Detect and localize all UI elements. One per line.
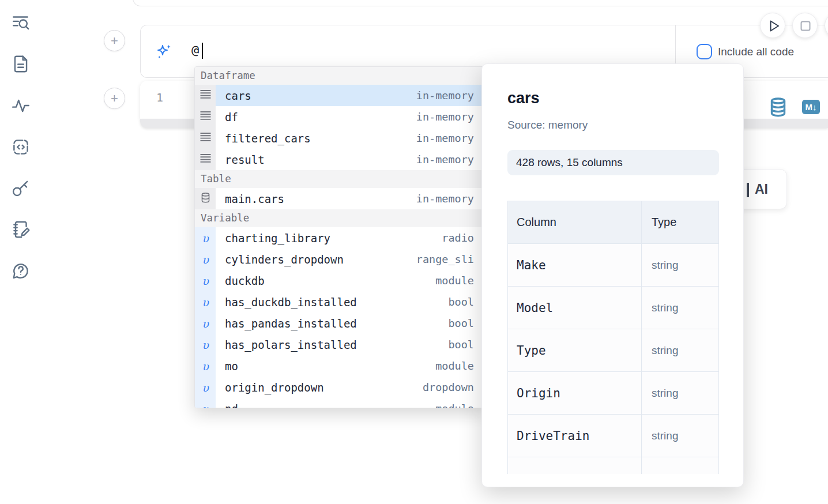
autocomplete-item-has_duckdb_installed[interactable]: υhas_duckdb_installedbool [195, 291, 485, 313]
autocomplete-dropdown: Dataframecarsin-memorydfin-memoryfiltere… [194, 66, 486, 408]
database-icon-button[interactable] [770, 97, 786, 119]
autocomplete-item-origin_dropdown[interactable]: υorigin_dropdowndropdown [195, 377, 485, 398]
column-name: Type [517, 344, 546, 358]
sidebar-item-dependency-graph[interactable] [10, 95, 31, 116]
item-gutter: υ [195, 313, 216, 334]
autocomplete-section-header: Table [195, 170, 485, 188]
sidebar-item-help[interactable] [10, 261, 31, 281]
autocomplete-item-cylinders_dropdown[interactable]: υcylinders_dropdownrange_sli [195, 249, 485, 270]
item-name: main.cars [225, 193, 284, 205]
item-name: cars [225, 89, 251, 102]
item-name: result [225, 153, 265, 166]
variable-icon: υ [202, 232, 209, 245]
dataframe-icon [200, 153, 211, 166]
add-cell-button-top[interactable]: + [104, 30, 125, 51]
variable-icon: υ [202, 317, 209, 330]
item-name: charting_library [225, 232, 330, 245]
sidebar-item-table-of-contents[interactable] [10, 12, 31, 33]
item-gutter: υ [195, 270, 216, 291]
sidebar-item-scratchpad[interactable] [10, 219, 31, 240]
item-main: has_pandas_installedbool [216, 313, 485, 334]
markdown-icon-button[interactable]: M↓ [802, 100, 820, 114]
run-cell-button[interactable] [760, 13, 785, 38]
clipped-letter [747, 183, 749, 197]
item-name: filtered_cars [225, 132, 311, 145]
item-main: filtered_carsin-memory [216, 127, 485, 149]
schema-table-row: Makestring [508, 244, 718, 287]
schema-table: ColumnTypeMakestringModelstringTypestrin… [507, 201, 719, 474]
item-gutter: υ [195, 377, 216, 398]
dataframe-icon [200, 111, 211, 123]
item-name: mo [225, 360, 238, 373]
schema-table-row: Typestring [508, 329, 718, 372]
activity-icon [10, 108, 31, 118]
variable-icon: υ [202, 403, 209, 409]
autocomplete-section-header: Variable [195, 209, 485, 227]
autocomplete-item-has_pandas_installed[interactable]: υhas_pandas_installedbool [195, 313, 485, 334]
column-name: Make [517, 258, 546, 272]
column-name: Model [517, 301, 553, 315]
stop-kernel-button[interactable] [792, 13, 818, 38]
item-gutter [195, 188, 216, 209]
item-main: momodule [216, 355, 485, 377]
include-all-code-label[interactable]: Include all code [718, 46, 794, 58]
play-icon [761, 13, 786, 39]
shape-badge: 428 rows, 15 columns [507, 150, 719, 175]
autocomplete-section-header: Dataframe [195, 67, 485, 85]
autocomplete-item-charting_library[interactable]: υcharting_libraryradio [195, 227, 485, 249]
item-type: module [435, 360, 474, 372]
item-name: duckdb [225, 274, 265, 287]
autocomplete-item-df[interactable]: dfin-memory [195, 106, 485, 127]
variable-icon: υ [202, 338, 209, 351]
item-gutter: υ [195, 398, 216, 408]
header-type: Type [642, 201, 718, 243]
column-type: string [652, 344, 678, 357]
sidebar-item-snippets[interactable] [10, 137, 31, 157]
item-gutter [195, 127, 216, 149]
item-name: has_duckdb_installed [225, 296, 357, 309]
item-gutter: υ [195, 249, 216, 270]
item-type: module [435, 274, 474, 287]
schema-table-row: DriveTrainstring [508, 415, 718, 457]
item-gutter [195, 106, 216, 127]
preview-source: Source: memory [507, 119, 588, 131]
schema-table-header: ColumnType [508, 201, 718, 244]
sidebar-item-file-explorer[interactable] [10, 54, 31, 74]
item-type: in-memory [416, 89, 474, 101]
include-all-code-checkbox[interactable] [697, 44, 712, 59]
variable-icon: υ [202, 253, 209, 266]
add-cell-button-bottom[interactable]: + [104, 88, 125, 109]
schema-table-row: Originstring [508, 372, 718, 415]
markdown-icon: M↓ [802, 100, 820, 114]
ai-prompt-input[interactable]: @ [191, 43, 199, 57]
column-type: string [652, 302, 678, 314]
item-main: pdmodule [216, 398, 485, 408]
autocomplete-item-duckdb[interactable]: υduckdbmodule [195, 270, 485, 291]
autocomplete-item-cars[interactable]: carsin-memory [195, 85, 485, 106]
autocomplete-item-filtered_cars[interactable]: filtered_carsin-memory [195, 127, 485, 149]
item-main: duckdbmodule [216, 270, 485, 291]
text-cursor [202, 43, 203, 59]
sidebar-item-secrets[interactable] [10, 178, 31, 198]
item-type: module [435, 403, 474, 408]
autocomplete-item-pd[interactable]: υpdmodule [195, 398, 485, 408]
item-type: radio [442, 232, 474, 244]
autocomplete-item-has_polars_installed[interactable]: υhas_polars_installedbool [195, 334, 485, 355]
autocomplete-item-result[interactable]: resultin-memory [195, 149, 485, 170]
key-icon [10, 190, 31, 200]
notebook-edit-icon [10, 232, 31, 242]
sparkles-icon [156, 43, 173, 61]
item-type: in-memory [416, 111, 474, 123]
item-type: range_sli [416, 253, 474, 265]
column-name: DriveTrain [517, 429, 589, 443]
item-gutter: υ [195, 227, 216, 249]
column-type: string [652, 259, 678, 272]
variable-icon: υ [202, 381, 209, 394]
item-main: origin_dropdowndropdown [216, 377, 485, 398]
autocomplete-item-mo[interactable]: υmomodule [195, 355, 485, 377]
database-small-icon [201, 193, 210, 205]
variable-icon: υ [202, 360, 209, 373]
item-type: in-memory [416, 153, 474, 166]
item-main: cylinders_dropdownrange_sli [216, 249, 485, 270]
autocomplete-item-main.cars[interactable]: main.carsin-memory [195, 188, 485, 209]
